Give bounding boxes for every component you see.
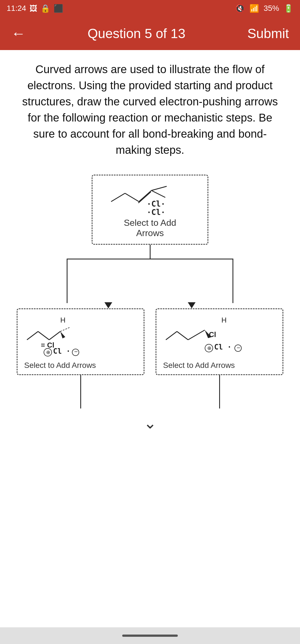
top-vertical-line [150, 245, 151, 259]
bottom-right-molecule-box[interactable]: H Cl ⊕ Cl · − [156, 308, 283, 375]
top-molecule-box[interactable]: ·Cl· ·Cl· Select to AddArrows [92, 175, 208, 245]
question-text: Curved arrows are used to illustrate the… [17, 61, 283, 158]
bottom-left-molecule-svg: H ≡ Cl ⊕ Cl · [24, 315, 130, 359]
svg-text:⊕: ⊕ [207, 345, 211, 351]
submit-button[interactable]: Submit [248, 26, 289, 41]
branch-left-corner [67, 259, 150, 303]
nav-bar [0, 627, 300, 644]
svg-line-1 [125, 193, 139, 202]
svg-text:Cl ·: Cl · [53, 347, 71, 355]
svg-line-20 [166, 331, 177, 340]
status-battery: 35% [264, 4, 279, 13]
content-area: Curved arrows are used to illustrate the… [0, 50, 300, 460]
svg-text:Cl ·: Cl · [214, 343, 232, 351]
bottom-after-lines [17, 375, 283, 408]
bottom-left-molecule-box[interactable]: H ≡ Cl ⊕ Cl · [17, 308, 144, 375]
svg-line-11 [49, 331, 60, 340]
bottom-right-label: Select to Add Arrows [163, 361, 235, 370]
svg-text:H: H [221, 316, 227, 324]
bottom-after-col-left [17, 375, 144, 408]
svg-line-21 [177, 331, 188, 340]
status-wifi-icon: 📶 [249, 4, 259, 13]
status-bar-right: 🔇 📶 35% 🔋 [235, 4, 293, 13]
top-molecule-svg: ·Cl· ·Cl· [106, 182, 194, 216]
left-arrow-head [104, 302, 112, 308]
app-bar: ← Question 5 of 13 Submit [0, 17, 300, 50]
status-bar-left: 11:24 🖼 🔒 ⬛ [7, 4, 63, 13]
branch-right-corner [150, 259, 233, 303]
svg-text:H: H [60, 316, 66, 324]
svg-text:·Cl·: ·Cl· [147, 208, 165, 216]
status-bar: 11:24 🖼 🔒 ⬛ 🔇 📶 35% 🔋 [0, 0, 300, 17]
svg-text:≡ Cl: ≡ Cl [41, 341, 54, 349]
svg-text:−: − [237, 344, 240, 351]
bottom-left-line [80, 375, 81, 408]
svg-line-0 [111, 193, 125, 202]
bottom-left-label: Select to Add Arrows [24, 361, 96, 370]
app-bar-title: Question 5 of 13 [88, 26, 185, 41]
bottom-after-col-right [156, 375, 283, 408]
status-mute-icon: 🔇 [235, 4, 245, 13]
status-icon-qr: ⬛ [54, 4, 63, 13]
status-icon-photo: 🖼 [29, 4, 37, 13]
chevron-down-icon[interactable]: ⌄ [144, 414, 157, 432]
svg-text:·Cl·: ·Cl· [147, 199, 165, 209]
diagram: ·Cl· ·Cl· Select to AddArrows [17, 175, 283, 443]
svg-text:⊕: ⊕ [46, 350, 50, 355]
bottom-right-line [219, 375, 220, 408]
svg-line-10 [38, 331, 49, 340]
svg-text:−: − [74, 348, 78, 355]
horizontal-branch [67, 259, 233, 303]
status-icon-lock: 🔒 [41, 4, 50, 13]
back-button[interactable]: ← [11, 25, 26, 42]
bottom-right-molecule-svg: H Cl ⊕ Cl · − [163, 315, 269, 359]
right-arrow-head [188, 302, 196, 308]
top-box-label: Select to AddArrows [124, 218, 176, 238]
svg-line-4 [151, 190, 165, 197]
status-time: 11:24 [7, 4, 26, 13]
svg-line-22 [188, 330, 205, 340]
arrow-heads-row [67, 302, 233, 308]
status-battery-icon: 🔋 [284, 4, 293, 13]
branch-top [67, 245, 233, 308]
svg-line-9 [27, 331, 38, 340]
chevron-container[interactable]: ⌄ [17, 408, 283, 443]
wedge-bond [60, 331, 65, 338]
bottom-boxes-row: H ≡ Cl ⊕ Cl · [17, 308, 283, 375]
svg-line-5 [151, 186, 167, 190]
svg-line-12 [60, 327, 70, 331]
svg-text:Cl: Cl [209, 330, 216, 339]
nav-pill [122, 635, 178, 637]
